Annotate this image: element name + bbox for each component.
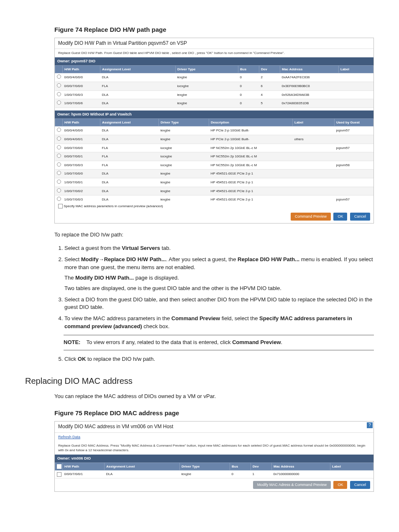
dialog-title-75: Modify DIO MAC address in VM vm006 on VM… bbox=[55, 421, 373, 432]
col2-drv[interactable]: Driver Type bbox=[159, 118, 209, 126]
col-mac[interactable]: Mac Address bbox=[280, 65, 339, 73]
step-4: To view the MAC address parameters in th… bbox=[64, 315, 374, 331]
col2-hwpath[interactable]: H/W Path bbox=[63, 118, 100, 126]
row-radio[interactable] bbox=[57, 83, 61, 87]
table-row[interactable]: 0/0/0/7/0/0/0FLAiocxgbe060x3EF66E9B0BC8 bbox=[55, 82, 373, 90]
col75-label[interactable]: Label bbox=[330, 463, 373, 470]
col75-asg[interactable]: Assignment Level bbox=[105, 463, 180, 470]
col2-label[interactable]: Label bbox=[293, 118, 335, 126]
col75-dev[interactable]: Dev bbox=[251, 463, 272, 470]
row-radio[interactable] bbox=[57, 145, 61, 149]
advanced-checkbox[interactable] bbox=[58, 204, 63, 208]
modify-mac-preview-button[interactable]: Modify MAC Adress & Command Preview bbox=[253, 481, 331, 489]
col2-desc[interactable]: Description bbox=[209, 118, 293, 126]
table-row[interactable]: 1/0/0/7/0/0/3DLAiexgbeHP 454521-001E PCI… bbox=[55, 195, 373, 202]
table-row[interactable]: 0/0/0/4/0/0/0DLAiexgbe020xAA74A2FEC836 bbox=[55, 73, 373, 82]
row-radio[interactable] bbox=[57, 92, 61, 96]
hpvm-dio-table: H/W Path Assignment Level Driver Type De… bbox=[55, 118, 373, 202]
figure75-panel: ? Modify DIO MAC address in VM vm006 on … bbox=[54, 421, 374, 492]
figure74-panel: Modify DIO H/W Path in Virtual Partition… bbox=[54, 38, 374, 224]
help-icon[interactable]: ? bbox=[367, 422, 373, 428]
col2-used[interactable]: Used by Guest bbox=[335, 118, 373, 126]
ok-button[interactable]: OK bbox=[333, 213, 347, 221]
figure74-caption: Figure 74 Replace DIO H/W path page bbox=[54, 25, 374, 34]
col-radio bbox=[55, 65, 63, 73]
col-hwpath[interactable]: H/W Path bbox=[63, 65, 100, 73]
section2-lead: You can replace the MAC address of DIOs … bbox=[54, 393, 374, 401]
col75-hwpath[interactable]: H/W Path bbox=[63, 463, 105, 470]
row-radio[interactable] bbox=[57, 188, 61, 193]
note-block: NOTE:To view errors if any, related to t… bbox=[64, 335, 374, 350]
table-row[interactable]: 0/0/0/7/0/0/1FLAiocxgbeHP NC552m 2p 10Gb… bbox=[55, 152, 373, 161]
col-drv[interactable]: Driver Type bbox=[176, 65, 238, 73]
row-checkbox[interactable] bbox=[57, 472, 61, 477]
step-5: Click OK to replace the DIO h/w path. bbox=[64, 355, 374, 363]
row-radio[interactable] bbox=[57, 100, 61, 105]
table-row[interactable]: 1/0/0/7/0/0/2DLAiexgbeHP 454521-001E PCI… bbox=[55, 187, 373, 195]
col-label[interactable]: Label bbox=[339, 65, 373, 73]
step-1: Select a guest from the Virtual Servers … bbox=[64, 244, 374, 252]
col75-bus[interactable]: Bus bbox=[230, 463, 251, 470]
dialog-title-74: Modify DIO H/W Path in Virtual Partition… bbox=[55, 38, 373, 49]
advanced-label: Specify MAC address parameters in comman… bbox=[64, 204, 163, 208]
dialog-instruction-75: Replace Guest DIO MAC Address. Press "Mo… bbox=[55, 442, 373, 455]
row-radio[interactable] bbox=[57, 154, 61, 158]
row-radio[interactable] bbox=[57, 136, 61, 141]
figure75-caption: Figure 75 Replace DIO MAC address page bbox=[54, 409, 374, 418]
table-row[interactable]: 1/0/0/7/0/0/6DLAiexgbe050x72A8838351DB bbox=[55, 99, 373, 108]
col-dev[interactable]: Dev bbox=[259, 65, 280, 73]
table-row[interactable]: 1/0/0/7/0/0/0DLAiexgbeHP 454521-001E PCI… bbox=[55, 170, 373, 178]
ok-button-75[interactable]: OK bbox=[333, 481, 347, 489]
owner-bar-75: Owner: vm006 DIO bbox=[55, 455, 373, 463]
row-radio[interactable] bbox=[57, 162, 61, 167]
dialog-instruction-74: Replace Guest DIO H/W Path. From Guest D… bbox=[55, 49, 373, 57]
col2-asg[interactable]: Assignment Level bbox=[100, 118, 159, 126]
table-row[interactable]: 0/0/0/4/0/0/1DLAiexgbeHP PCIe 2-p 10GbE … bbox=[55, 135, 373, 144]
refresh-data-link[interactable]: Refresh Data bbox=[55, 433, 84, 442]
command-preview-button[interactable]: Command Preview bbox=[291, 213, 331, 221]
table-row[interactable]: 1/0/0/7/0/0/1DLAiexgbeHP 454521-001E PCI… bbox=[55, 178, 373, 187]
step-3: Select a DIO from the guest DIO table, a… bbox=[64, 296, 374, 312]
col-asg[interactable]: Assignment Level bbox=[100, 65, 176, 73]
cancel-button-75[interactable]: Cancel bbox=[350, 481, 370, 489]
col2-radio bbox=[55, 118, 63, 126]
row-radio[interactable] bbox=[57, 197, 61, 201]
section-replacing-dio-mac: Replacing DIO MAC address bbox=[25, 375, 374, 387]
guest-dio-table: H/W Path Assignment Level Driver Type Bu… bbox=[55, 65, 373, 108]
col75-mac[interactable]: Mac Address bbox=[272, 463, 330, 470]
col75-chk[interactable] bbox=[55, 463, 63, 470]
mac-dio-table: H/W Path Assignment Level Driver Type Bu… bbox=[55, 463, 373, 478]
step-2: Select Modify→Replace DIO H/W Path.... A… bbox=[64, 256, 374, 292]
table-row[interactable]: 1/0/0/7/0/0/3DLAiexgbe040x526A34D9A63B bbox=[55, 90, 373, 99]
row-radio[interactable] bbox=[57, 171, 61, 175]
row-radio[interactable] bbox=[57, 180, 61, 184]
table-row[interactable]: 0/0/0/7/0/0/3FLAiocxgbeHP NC552m 2p 10Gb… bbox=[55, 161, 373, 170]
col-bus[interactable]: Bus bbox=[238, 65, 259, 73]
col75-drv[interactable]: Driver Type bbox=[180, 463, 230, 470]
lead-para-1: To replace the DIO h/w path: bbox=[54, 231, 374, 239]
cancel-button[interactable]: Cancel bbox=[350, 213, 370, 221]
table-row[interactable]: 0/0/0/4/0/0/0DLAiexgbeHP PCIe 2-p 10GbE … bbox=[55, 126, 373, 135]
owner-bar-1: Owner: pqsvm57 DIO bbox=[55, 57, 373, 65]
row-radio[interactable] bbox=[57, 75, 61, 79]
row-radio[interactable] bbox=[57, 128, 61, 132]
owner-bar-2: Owner: hpvm DIO Without IP and Vswitch bbox=[55, 111, 373, 118]
table-row[interactable]: 0/0/0/7/0/0/0FLAiocxgbeHP NC552m 2p 10Gb… bbox=[55, 144, 373, 152]
table-row[interactable]: 0/0/0/7/0/0/1 DLA iexgbe 0 1 0x710000000… bbox=[55, 470, 373, 478]
